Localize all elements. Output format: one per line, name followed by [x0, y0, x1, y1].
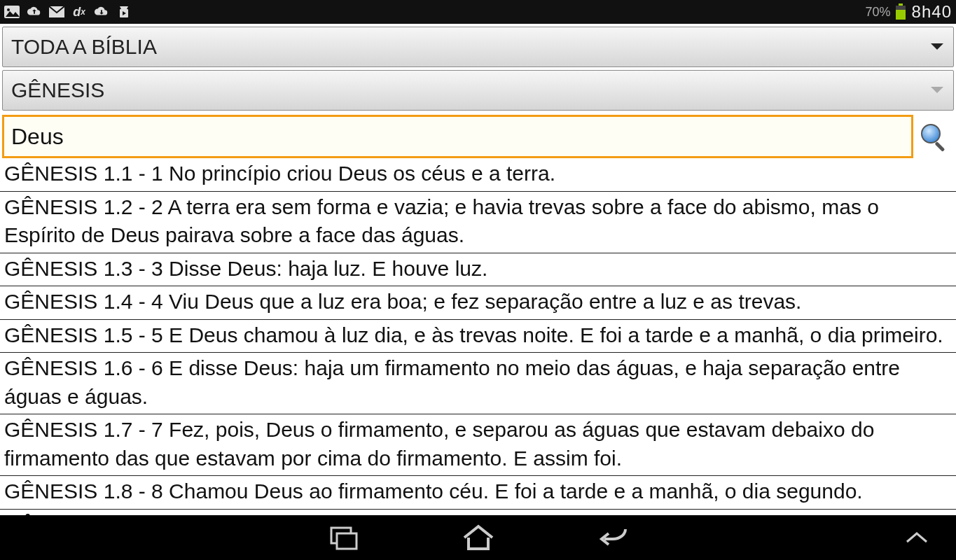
status-right: 70% 8h40 [866, 2, 952, 22]
svg-rect-10 [337, 533, 356, 549]
search-button[interactable] [913, 115, 954, 158]
battery-percent: 70% [866, 5, 891, 20]
svg-point-1 [7, 8, 10, 11]
result-item[interactable]: GÊNESIS 1.1 - 1 No princípio criou Deus … [0, 158, 956, 192]
play-store-icon [116, 4, 132, 20]
search-input[interactable] [2, 115, 913, 158]
cloud-upload-icon [27, 4, 42, 20]
svg-rect-4 [899, 4, 903, 6]
gallery-icon [4, 4, 20, 20]
back-button[interactable] [595, 519, 631, 556]
search-row [2, 115, 954, 158]
home-button[interactable] [460, 519, 497, 556]
dx-icon: dx [71, 4, 87, 20]
nav-bar [0, 515, 956, 560]
result-item[interactable]: GÊNESIS 1.8 - 8 Chamou Deus ao firmament… [0, 476, 956, 510]
result-item[interactable]: GÊNESIS 1.6 - 6 E disse Deus: haja um fi… [0, 353, 956, 414]
scope-dropdown[interactable]: TODA A BÍBLIA [2, 27, 954, 67]
mail-icon [49, 4, 64, 20]
expand-up-button[interactable] [899, 519, 935, 556]
recent-apps-button[interactable] [326, 519, 362, 556]
result-item[interactable]: GÊNESIS 1.7 - 7 Fez, pois, Deus o firmam… [0, 414, 956, 476]
magnifier-icon [918, 121, 949, 152]
result-item[interactable]: GÊNESIS 1.2 - 2 A terra era sem forma e … [0, 192, 956, 253]
scope-label: TODA A BÍBLIA [11, 35, 157, 59]
book-label: GÊNESIS [11, 78, 104, 102]
cloud-download-icon [94, 4, 109, 20]
chevron-down-icon [929, 42, 945, 52]
result-item[interactable]: GÊNESIS 1.3 - 3 Disse Deus: haja luz. E … [0, 253, 956, 287]
svg-rect-6 [896, 10, 906, 20]
battery-icon [895, 4, 908, 20]
book-dropdown[interactable]: GÊNESIS [2, 70, 954, 111]
status-bar: dx 70% 8h40 [0, 0, 956, 24]
status-left-icons: dx [4, 4, 132, 20]
svg-rect-8 [934, 141, 945, 152]
result-item[interactable]: GÊNESIS 1.5 - 5 E Deus chamou à luz dia,… [0, 320, 956, 354]
clock: 8h40 [912, 2, 952, 22]
result-item[interactable]: GÊNESIS 1.9 - 9 E disse Deus: Ajuntem-se… [0, 510, 956, 516]
result-item[interactable]: GÊNESIS 1.4 - 4 Viu Deus que a luz era b… [0, 286, 956, 320]
chevron-down-icon [929, 85, 945, 95]
svg-point-7 [922, 125, 940, 143]
results-list[interactable]: GÊNESIS 1.1 - 1 No princípio criou Deus … [0, 158, 956, 515]
